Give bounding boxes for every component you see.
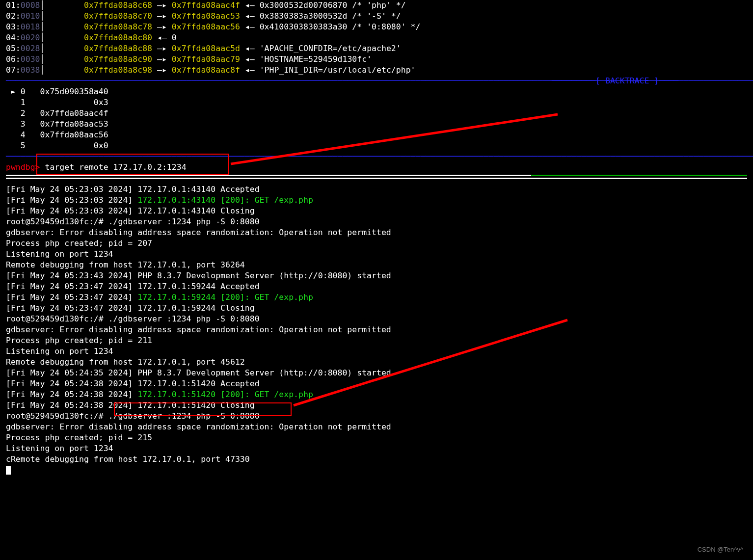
log-line: Process php created; pid = 207 xyxy=(6,238,747,249)
log-line: [Fri May 24 05:23:47 2024] 172.17.0.1:59… xyxy=(6,281,747,292)
log-line: [Fri May 24 05:23:03 2024] 172.17.0.1:43… xyxy=(6,195,747,206)
backtrace-row: 3 0x7ffda08aac53 xyxy=(6,119,747,130)
log-line: Process php created; pid = 211 xyxy=(6,335,747,346)
server-log: [Fri May 24 05:23:03 2024] 172.17.0.1:43… xyxy=(6,184,747,465)
log-line: gdbserver: Error disabling address space… xyxy=(6,422,747,432)
stack-row: 07:0038│ 0x7ffda08a8c98 —▸ 0x7ffda08aac8… xyxy=(6,65,747,76)
backtrace-row: 1 0x3 xyxy=(6,97,747,108)
log-line: gdbserver: Error disabling address space… xyxy=(6,227,747,238)
log-line: root@529459d130fc:/# ./gdbserver :1234 p… xyxy=(6,216,747,227)
backtrace-row: 5 0x0 xyxy=(6,140,747,151)
watermark-text: CSDN @Ten^v^ xyxy=(698,544,743,555)
log-line: [Fri May 24 05:23:43 2024] PHP 8.3.7 Dev… xyxy=(6,270,747,281)
stack-row: 02:0010│ 0x7ffda08a8c70 —▸ 0x7ffda08aac5… xyxy=(6,11,747,22)
backtrace-separator: ────────────────────────────────────────… xyxy=(6,76,747,86)
annotation-box-2 xyxy=(114,402,292,416)
stack-dump: 01:0008│ 0x7ffda08a8c68 —▸ 0x7ffda08aac4… xyxy=(6,0,747,76)
log-line: [Fri May 24 05:24:38 2024] 172.17.0.1:51… xyxy=(6,378,747,389)
log-line: gdbserver: Error disabling address space… xyxy=(6,324,747,335)
log-line: Remote debugging from host 172.17.0.1, p… xyxy=(6,357,747,368)
stack-row: 04:0020│ 0x7ffda08a8c80 ◂— 0 xyxy=(6,32,747,43)
log-line: Listening on port 1234 xyxy=(6,346,747,357)
backtrace-row: 2 0x7ffda08aac4f xyxy=(6,108,747,119)
log-line: [Fri May 24 05:23:47 2024] 172.17.0.1:59… xyxy=(6,303,747,314)
log-line: Listening on port 1234 xyxy=(6,443,747,454)
backtrace-row: ► 0 0x75d090358a40 xyxy=(6,86,747,97)
log-line: cRemote debugging from host 172.17.0.1, … xyxy=(6,454,747,465)
annotation-box-1 xyxy=(36,154,229,175)
stack-row: 05:0028│ 0x7ffda08a8c88 —▸ 0x7ffda08aac5… xyxy=(6,43,747,54)
log-line: [Fri May 24 05:24:38 2024] 172.17.0.1:51… xyxy=(6,389,747,400)
stack-row: 03:0018│ 0x7ffda08a8c78 —▸ 0x7ffda08aac5… xyxy=(6,22,747,32)
stack-row: 06:0030│ 0x7ffda08a8c90 —▸ 0x7ffda08aac7… xyxy=(6,54,747,65)
log-line: [Fri May 24 05:23:47 2024] 172.17.0.1:59… xyxy=(6,292,747,303)
backtrace-row: 4 0x7ffda08aac56 xyxy=(6,130,747,140)
backtrace-list: ► 0 0x75d090358a40 1 0x3 2 0x7ffda08aac4… xyxy=(6,86,747,151)
log-line: Process php created; pid = 215 xyxy=(6,432,747,443)
cursor-icon xyxy=(6,466,11,475)
stack-row: 01:0008│ 0x7ffda08a8c68 —▸ 0x7ffda08aac4… xyxy=(6,0,747,11)
terminal[interactable]: 01:0008│ 0x7ffda08a8c68 —▸ 0x7ffda08aac4… xyxy=(0,0,753,476)
log-line: root@529459d130fc:/# ./gdbserver :1234 p… xyxy=(6,314,747,324)
backtrace-label: ─────────[ BACKTRACE ]──── xyxy=(552,76,678,86)
log-line: [Fri May 24 05:23:03 2024] 172.17.0.1:43… xyxy=(6,206,747,216)
cursor-line[interactable] xyxy=(6,465,747,476)
log-line: [Fri May 24 05:23:03 2024] 172.17.0.1:43… xyxy=(6,184,747,195)
log-line: Remote debugging from host 172.17.0.1, p… xyxy=(6,260,747,270)
log-line: [Fri May 24 05:24:35 2024] PHP 8.3.7 Dev… xyxy=(6,368,747,378)
log-line: Listening on port 1234 xyxy=(6,249,747,260)
